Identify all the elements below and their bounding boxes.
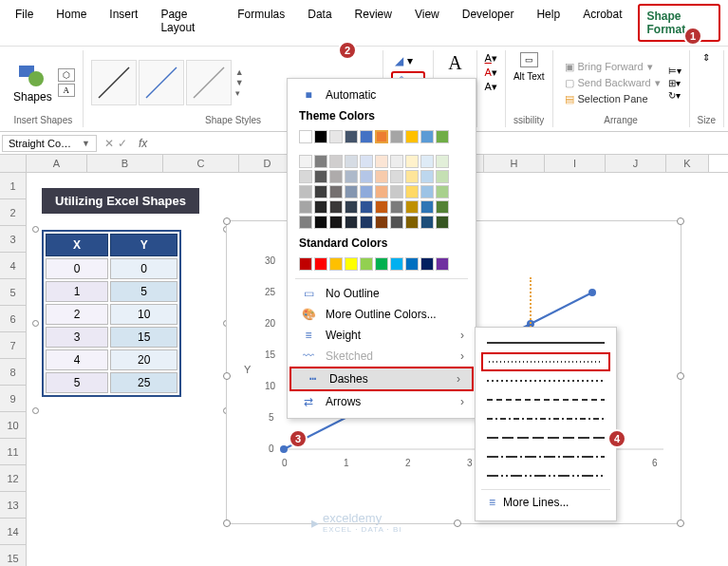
table-cell[interactable]: 0 xyxy=(110,258,177,279)
dash-round-dot[interactable] xyxy=(481,352,610,371)
color-swatch[interactable] xyxy=(375,216,388,229)
dash-long-dash-dot[interactable] xyxy=(481,447,610,466)
row-header[interactable]: 6 xyxy=(0,306,27,332)
edit-shape-icon[interactable]: ⬡ xyxy=(58,68,75,82)
color-swatch[interactable] xyxy=(329,200,343,214)
color-swatch[interactable] xyxy=(420,130,434,143)
color-swatch[interactable] xyxy=(299,200,312,214)
col-header[interactable]: J xyxy=(606,155,666,172)
row-header[interactable]: 13 xyxy=(0,492,27,519)
tab-formulas[interactable]: Formulas xyxy=(230,4,292,42)
color-swatch[interactable] xyxy=(314,130,327,143)
color-swatch[interactable] xyxy=(314,155,327,168)
dash-dash-dot[interactable] xyxy=(481,409,610,428)
color-swatch[interactable] xyxy=(345,216,358,229)
color-swatch[interactable] xyxy=(390,216,403,229)
height-input[interactable]: ⇕ xyxy=(702,52,710,63)
tab-view[interactable]: View xyxy=(407,4,447,42)
text-effects-button[interactable]: A▾ xyxy=(485,81,497,93)
dash-square-dot[interactable] xyxy=(481,371,610,390)
color-swatch[interactable] xyxy=(390,257,403,271)
shape-style-gallery[interactable] xyxy=(91,60,232,105)
color-swatch[interactable] xyxy=(375,155,388,168)
table-cell[interactable]: 5 xyxy=(110,281,177,302)
tab-review[interactable]: Review xyxy=(347,4,400,42)
dash-long-dash-dot-dot[interactable] xyxy=(481,466,610,485)
col-header[interactable]: C xyxy=(163,155,239,172)
select-all-corner[interactable] xyxy=(0,155,27,172)
align-button[interactable]: ⊨▾ xyxy=(668,66,681,76)
row-header[interactable]: 4 xyxy=(0,253,27,279)
table-cell[interactable]: 4 xyxy=(46,349,108,370)
col-header[interactable]: H xyxy=(484,155,545,172)
row-header[interactable]: 11 xyxy=(0,439,27,465)
color-swatch[interactable] xyxy=(329,130,343,143)
dashes-option[interactable]: ┅ Dashes› xyxy=(289,367,474,391)
row-header[interactable]: 7 xyxy=(0,332,27,359)
alt-text-icon[interactable]: ▭ xyxy=(520,52,538,67)
shapes-button[interactable]: Shapes xyxy=(11,60,54,105)
row-header[interactable]: 5 xyxy=(0,279,27,306)
color-swatch[interactable] xyxy=(436,170,449,183)
tab-developer[interactable]: Developer xyxy=(455,4,522,42)
color-swatch[interactable] xyxy=(329,257,343,271)
color-swatch[interactable] xyxy=(390,170,403,183)
color-swatch[interactable] xyxy=(345,257,358,271)
color-swatch[interactable] xyxy=(299,216,312,229)
text-fill-button[interactable]: A▾ xyxy=(485,52,497,65)
table-cell[interactable]: 3 xyxy=(46,327,108,348)
color-swatch[interactable] xyxy=(329,216,343,229)
table-cell[interactable]: 2 xyxy=(46,304,108,325)
row-header[interactable]: 8 xyxy=(0,359,27,386)
tab-home[interactable]: Home xyxy=(48,4,94,42)
color-swatch[interactable] xyxy=(345,200,358,214)
wordart-icon[interactable]: A xyxy=(448,52,461,74)
color-swatch[interactable] xyxy=(375,130,388,143)
color-swatch[interactable] xyxy=(360,216,373,229)
enter-icon[interactable]: ✓ xyxy=(118,137,127,150)
table-cell[interactable]: 5 xyxy=(46,372,108,393)
dash-solid[interactable] xyxy=(481,333,610,352)
color-swatch[interactable] xyxy=(375,170,388,183)
color-swatch[interactable] xyxy=(405,155,419,168)
rotate-button[interactable]: ↻▾ xyxy=(668,90,681,101)
color-swatch[interactable] xyxy=(436,216,449,229)
color-swatch[interactable] xyxy=(436,130,449,143)
group-button[interactable]: ⊞▾ xyxy=(668,78,681,88)
gallery-more-icon[interactable]: ▾ xyxy=(235,88,244,98)
color-swatch[interactable] xyxy=(314,200,327,214)
tab-shape-format[interactable]: Shape Format xyxy=(638,4,721,42)
color-swatch[interactable] xyxy=(436,257,449,271)
color-swatch[interactable] xyxy=(405,216,419,229)
color-swatch[interactable] xyxy=(436,200,449,214)
row-header[interactable]: 9 xyxy=(0,386,27,412)
color-swatch[interactable] xyxy=(345,185,358,198)
selection-pane-button[interactable]: ▤Selection Pane xyxy=(561,92,664,106)
gallery-down-icon[interactable]: ▼ xyxy=(235,78,244,87)
col-header[interactable]: B xyxy=(87,155,163,172)
color-swatch[interactable] xyxy=(405,130,419,143)
color-swatch[interactable] xyxy=(420,155,434,168)
arrows-option[interactable]: ⇄ Arrows› xyxy=(288,391,476,412)
bring-forward-button[interactable]: ▣Bring Forward▾ xyxy=(561,60,664,74)
table-cell[interactable]: 10 xyxy=(110,304,177,325)
color-swatch[interactable] xyxy=(436,185,449,198)
shape-fill-button[interactable]: ◢▾ xyxy=(391,52,417,69)
col-header[interactable]: A xyxy=(27,155,87,172)
color-swatch[interactable] xyxy=(390,200,403,214)
color-swatch[interactable] xyxy=(405,185,419,198)
more-lines-option[interactable]: ≡ More Lines... xyxy=(481,489,610,515)
cancel-icon[interactable]: ✕ xyxy=(104,137,114,150)
tab-data[interactable]: Data xyxy=(300,4,339,42)
table-cell[interactable]: 0 xyxy=(46,258,108,279)
row-header[interactable]: 15 xyxy=(0,545,27,566)
color-swatch[interactable] xyxy=(420,170,434,183)
color-swatch[interactable] xyxy=(436,155,449,168)
color-swatch[interactable] xyxy=(345,130,358,143)
color-swatch[interactable] xyxy=(360,155,373,168)
color-swatch[interactable] xyxy=(405,200,419,214)
color-swatch[interactable] xyxy=(299,170,312,183)
automatic-option[interactable]: ■ Automatic xyxy=(288,85,476,105)
row-header[interactable]: 12 xyxy=(0,465,27,492)
table-cell[interactable]: 1 xyxy=(46,281,108,302)
